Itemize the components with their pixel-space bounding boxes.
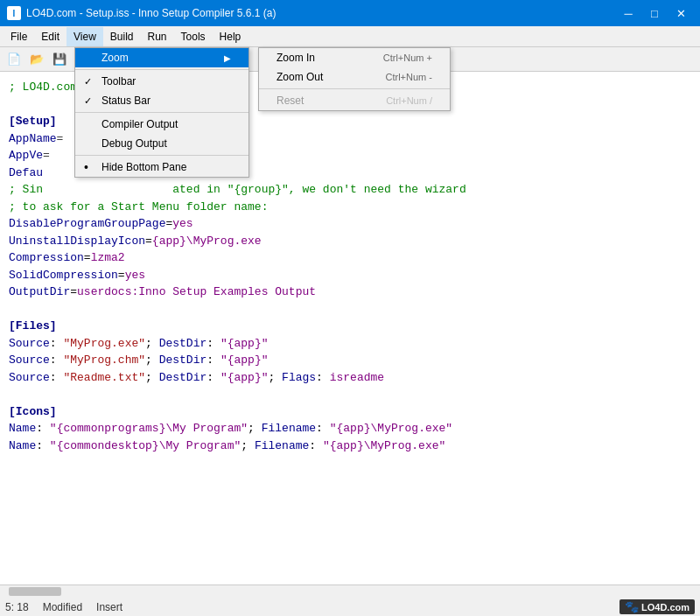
undo-button[interactable]: ↩ [156,50,177,69]
copy-button[interactable]: ⎘ [102,50,123,69]
code-line: Name: "{commonprograms}\My Program"; Fil… [9,420,691,438]
title-bar-left: I LO4D.com - Setup.iss - Inno Setup Comp… [7,6,276,20]
insert-mode: Insert [96,601,122,613]
menu-tools[interactable]: Tools [174,27,213,46]
menu-edit[interactable]: Edit [34,27,66,46]
close-button[interactable]: ✕ [668,4,693,23]
modified-status: Modified [43,601,82,613]
scrollbar-thumb[interactable] [9,587,61,596]
main-area: ; LO4D.com [Setup] AppName= AppVe= Defau… [0,72,700,616]
code-line: Compression=lzma2 [9,249,691,267]
find-button[interactable]: 🔍 [209,50,230,69]
code-line: [Setup] [9,113,691,130]
lo4d-logo: 🐾 LO4D.com [620,599,695,614]
title-text: LO4D.com - Setup.iss - Inno Setup Compil… [26,7,276,19]
menu-bar: File Edit View Build Run Tools Help [0,26,700,47]
paste-button[interactable]: 📋 [125,50,146,69]
code-line: Source: "MyProg.exe"; DestDir: "{app}" [9,335,691,353]
cursor-position: 5: 18 [5,601,29,613]
code-line: Source: "MyProg.chm"; DestDir: "{app}" [9,352,691,369]
code-line: AppVe= [9,147,691,164]
code-line [9,386,691,403]
code-editor[interactable]: ; LO4D.com [Setup] AppName= AppVe= Defau… [0,72,700,584]
minimize-button[interactable]: ─ [616,4,640,23]
separator-2 [150,52,151,67]
menu-help[interactable]: Help [213,27,248,46]
menu-run[interactable]: Run [141,27,174,46]
app-icon: I [7,6,21,20]
status-left: 5: 18 Modified Insert [5,601,122,613]
redo-button[interactable]: ↪ [178,50,200,69]
code-line: AppName= [9,130,691,148]
separator-3 [204,52,205,67]
scrollbar-track [0,585,700,598]
code-line [9,96,691,114]
new-button[interactable]: 📄 [4,50,24,69]
code-line [9,301,691,318]
code-line: Name: "{commondesktop}\My Program"; File… [9,438,691,455]
save-button[interactable]: 💾 [49,50,70,69]
code-line: ; LO4D.com [9,79,691,96]
code-line: ; Sin ated in "{group}", we don't need t… [9,181,691,199]
status-right: 🐾 LO4D.com [620,599,695,614]
status-bar: 5: 18 Modified Insert 🐾 LO4D.com [0,597,700,616]
code-line: SolidCompression=yes [9,267,691,284]
toolbar: 📄 📂 💾 ✂ ⎘ 📋 ↩ ↪ 🔍 ▶ [0,47,700,72]
cut-button[interactable]: ✂ [80,50,101,69]
horizontal-scrollbar[interactable] [0,584,700,597]
code-line: OutputDir=userdocs:Inno Setup Examples O… [9,284,691,301]
code-line: Defau [9,164,691,182]
menu-view[interactable]: View [66,27,103,46]
menu-build[interactable]: Build [103,27,141,46]
maximize-button[interactable]: □ [642,4,667,23]
open-button[interactable]: 📂 [26,50,47,69]
code-line: [Files] [9,318,691,335]
code-line: ; to ask for a Start Menu folder name: [9,199,691,216]
code-line: UninstallDisplayIcon={app}\MyProg.exe [9,233,691,250]
title-bar: I LO4D.com - Setup.iss - Inno Setup Comp… [0,0,700,26]
separator-1 [74,52,75,67]
compile-button[interactable]: ▶ [232,50,253,69]
title-controls: ─ □ ✕ [616,4,693,23]
code-line: [Icons] [9,403,691,421]
code-line: Source: "Readme.txt"; DestDir: "{app}"; … [9,369,691,387]
code-line: DisableProgramGroupPage=yes [9,215,691,233]
menu-file[interactable]: File [4,27,34,46]
